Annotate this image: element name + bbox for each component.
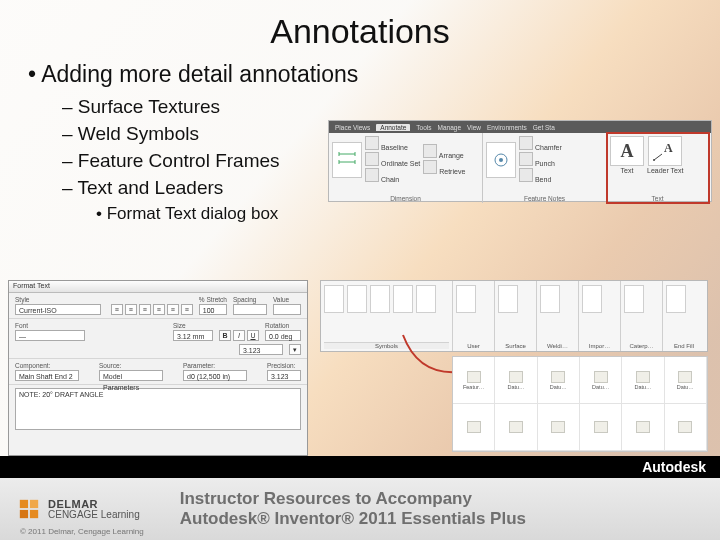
surface-symbol-icon[interactable] — [347, 285, 367, 313]
bend-item[interactable]: Bend — [519, 168, 562, 183]
cell-label: Datu… — [634, 384, 651, 390]
anno-cell-icon[interactable] — [594, 421, 608, 433]
source-dropdown[interactable]: Model Parameters — [99, 370, 163, 381]
anno-cell-icon[interactable] — [636, 421, 650, 433]
import-symbol-icon[interactable] — [393, 285, 413, 313]
svg-point-3 — [653, 159, 655, 161]
datum-cell-icon[interactable] — [509, 371, 523, 383]
precision-preview[interactable]: 3.123 — [239, 344, 283, 355]
surface-icon[interactable] — [498, 285, 518, 313]
import-icon[interactable] — [582, 285, 602, 313]
align-center-button[interactable]: ≡ — [125, 304, 137, 315]
delmar-sub: CENGAGE Learning — [48, 510, 140, 520]
bullet-level1: Adding more detail annotations — [28, 61, 720, 88]
hole-thread-button[interactable] — [486, 142, 516, 178]
leader-text-button[interactable]: A — [648, 136, 682, 166]
tab-get-started[interactable]: Get Sta — [533, 124, 555, 131]
user-label: User — [456, 343, 491, 349]
text-button[interactable]: A — [610, 136, 644, 166]
user-icon[interactable] — [456, 285, 476, 313]
tab-annotate[interactable]: Annotate — [376, 124, 410, 131]
note-textarea[interactable]: NOTE: 20° DRAFT ANGLE — [15, 388, 301, 430]
endfill-icon[interactable] — [666, 285, 686, 313]
ordinate-item[interactable]: Ordinate Set — [365, 152, 420, 167]
svg-rect-6 — [20, 510, 28, 518]
align-buttons: ≡ ≡ ≡ ≡ ≡ ≡ — [111, 304, 193, 315]
anno-cell-icon[interactable] — [678, 421, 692, 433]
precision-label: Precision: — [267, 362, 301, 369]
underline-button[interactable]: U — [247, 330, 259, 341]
panel-dimension: Baseline Ordinate Set Chain Arrange Retr… — [329, 133, 483, 203]
size-label: Size — [173, 322, 213, 329]
datum-cell-icon[interactable] — [551, 371, 565, 383]
align-mid-button[interactable]: ≡ — [167, 304, 179, 315]
cell-label: Datu… — [550, 384, 567, 390]
retrieve-item[interactable]: Retrieve — [423, 160, 465, 175]
caterp-icon[interactable] — [624, 285, 644, 313]
align-left-button[interactable]: ≡ — [111, 304, 123, 315]
feature-cell-icon[interactable] — [467, 371, 481, 383]
chamfer-item[interactable]: Chamfer — [519, 136, 562, 151]
svg-rect-7 — [30, 510, 38, 518]
welding-label: Weldi… — [540, 343, 575, 349]
size-field[interactable]: 3.12 mm — [173, 330, 213, 341]
datum-cell-icon[interactable] — [678, 371, 692, 383]
welding-icon[interactable] — [540, 285, 560, 313]
rotation-field[interactable]: 0.0 deg — [265, 330, 301, 341]
tab-tools[interactable]: Tools — [416, 124, 431, 131]
arrange-item[interactable]: Arrange — [423, 144, 465, 159]
svg-rect-4 — [20, 500, 28, 508]
cell-label: Datu… — [592, 384, 609, 390]
delmar-block: DELMAR CENGAGE Learning — [18, 498, 140, 520]
ribbon-annotate: Place Views Annotate Tools Manage View E… — [328, 120, 712, 202]
format-text-dialog: Format Text Style Current-ISO ≡ ≡ ≡ ≡ ≡ … — [8, 280, 308, 456]
bold-button[interactable]: B — [219, 330, 231, 341]
slide-title: Annotations — [0, 12, 720, 51]
chain-item[interactable]: Chain — [365, 168, 420, 183]
datum-cell-icon[interactable] — [594, 371, 608, 383]
font-dropdown[interactable]: — — [15, 330, 85, 341]
spacing-field[interactable] — [233, 304, 267, 315]
anno-cell-icon[interactable] — [509, 421, 523, 433]
leader-text-label: Leader Text — [647, 167, 683, 174]
tab-environments[interactable]: Environments — [487, 124, 527, 131]
ribbon-tabs: Place Views Annotate Tools Manage View E… — [329, 121, 711, 133]
value-field[interactable] — [273, 304, 301, 315]
precision-dropdown[interactable]: 3.123 — [267, 370, 301, 381]
footer: DELMAR CENGAGE Learning Instructor Resou… — [0, 478, 720, 540]
bullet-surface-textures: Surface Textures — [62, 96, 720, 118]
insert-symbol-button[interactable]: ▾ — [289, 344, 301, 355]
tab-manage[interactable]: Manage — [438, 124, 462, 131]
expand-symbol-icon[interactable] — [416, 285, 436, 313]
parameter-dropdown[interactable]: d0 (12,500 in) — [183, 370, 247, 381]
footer-title: Instructor Resources to Accompany Autode… — [180, 489, 526, 529]
italic-button[interactable]: I — [233, 330, 245, 341]
svg-rect-5 — [30, 500, 38, 508]
anno-cell-icon[interactable] — [551, 421, 565, 433]
bullet-format-text: Format Text dialog box — [96, 204, 720, 224]
anno-cell-icon[interactable] — [467, 421, 481, 433]
user-symbol-icon[interactable] — [324, 285, 344, 313]
cell-label: Featur… — [463, 384, 484, 390]
dimension-button[interactable] — [332, 142, 362, 178]
baseline-item[interactable]: Baseline — [365, 136, 420, 151]
endfill-label: End Fill — [666, 343, 702, 349]
tab-view[interactable]: View — [467, 124, 481, 131]
value-label: Value — [273, 296, 301, 303]
align-right-button[interactable]: ≡ — [139, 304, 151, 315]
rotation-label: Rotation — [265, 322, 301, 329]
weld-symbol-icon[interactable] — [370, 285, 390, 313]
component-dropdown[interactable]: Main Shaft End 2 — [15, 370, 79, 381]
panel-feature-notes: Chamfer Punch Bend Feature Notes — [483, 133, 607, 203]
stretch-field[interactable]: 100 — [199, 304, 227, 315]
source-label: Source: — [99, 362, 177, 369]
align-top-button[interactable]: ≡ — [153, 304, 165, 315]
align-bot-button[interactable]: ≡ — [181, 304, 193, 315]
style-dropdown[interactable]: Current-ISO — [15, 304, 101, 315]
punch-item[interactable]: Punch — [519, 152, 562, 167]
panel-label-dimension: Dimension — [332, 195, 479, 202]
datum-cell-icon[interactable] — [636, 371, 650, 383]
symbols-panel-label: Symbols — [324, 342, 449, 349]
tab-place-views[interactable]: Place Views — [335, 124, 370, 131]
style-label: Style — [15, 296, 105, 303]
